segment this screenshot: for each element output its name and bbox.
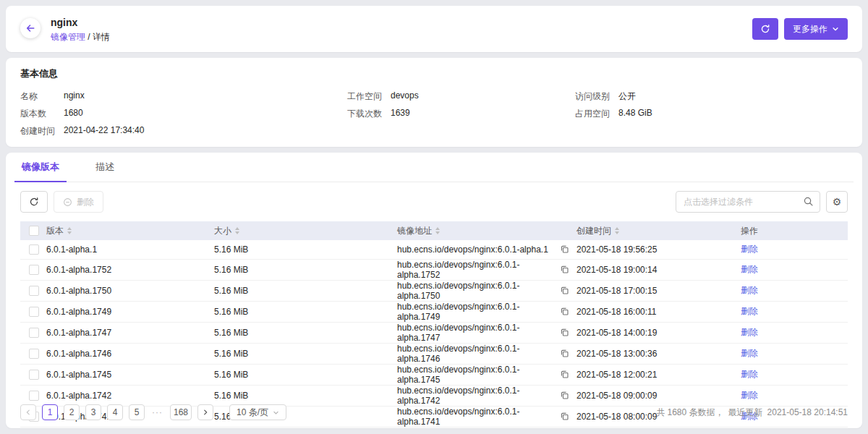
- table-row: 6.0.1-alpha.1 5.16 MiB hub.ecns.io/devop…: [20, 240, 848, 259]
- search-icon[interactable]: [803, 196, 814, 210]
- copy-icon[interactable]: [560, 307, 569, 316]
- table-settings-button[interactable]: ⚙: [826, 191, 848, 213]
- page-button-last[interactable]: 168: [170, 404, 192, 420]
- row-checkbox[interactable]: [29, 307, 39, 317]
- table-meta: 共 1680 条数据， 最近更新 2021-05-18 20:14:51: [656, 407, 848, 419]
- page-button-2[interactable]: 2: [64, 404, 80, 420]
- info-row: 访问级别 公开: [575, 90, 848, 108]
- select-all-checkbox[interactable]: [29, 226, 39, 236]
- page-button-4[interactable]: 4: [107, 404, 123, 420]
- table-row: 6.0.1-alpha.1745 5.16 MiB hub.ecns.io/de…: [20, 364, 848, 385]
- arrow-left-icon: [25, 23, 35, 33]
- basic-info-title: 基本信息: [20, 67, 848, 80]
- cell-image-address: hub.ecns.io/devops/nginx:6.0.1-alpha.174…: [397, 302, 560, 322]
- row-checkbox[interactable]: [29, 370, 39, 380]
- toolbar-left: 删除: [20, 191, 103, 213]
- info-label: 版本数: [20, 108, 64, 120]
- filter-search-box: [676, 191, 820, 213]
- chevron-down-icon: [832, 25, 839, 33]
- page-button-3[interactable]: 3: [85, 404, 101, 420]
- delete-row-link[interactable]: 删除: [741, 327, 758, 337]
- delete-row-link[interactable]: 删除: [741, 369, 758, 379]
- header-left: nginx 镜像管理 / 详情: [20, 17, 110, 41]
- table-wrap: 版本 大小 镜像地址: [14, 221, 854, 398]
- last-updated-label: 最近更新: [728, 407, 763, 419]
- info-value: nginx: [64, 90, 85, 101]
- info-label: 访问级别: [575, 90, 618, 103]
- cell-created-time: 2021-05-18 14:00:19: [576, 322, 741, 343]
- table-row: 6.0.1-alpha.1747 5.16 MiB hub.ecns.io/de…: [20, 322, 848, 343]
- page-size-select[interactable]: 10 条/页: [229, 404, 286, 420]
- breadcrumb-current: 详情: [93, 32, 110, 42]
- info-value: 1680: [64, 108, 83, 118]
- breadcrumb-separator: /: [88, 32, 90, 42]
- info-column-3: 访问级别 公开 占用空间 8.48 GiB: [575, 90, 848, 142]
- row-checkbox[interactable]: [29, 265, 39, 275]
- copy-icon[interactable]: [560, 328, 569, 337]
- info-label: 创建时间: [20, 125, 64, 137]
- table-row: 6.0.1-alpha.1749 5.16 MiB hub.ecns.io/de…: [20, 301, 848, 322]
- cell-created-time: 2021-05-18 16:00:11: [576, 301, 741, 322]
- sort-icon[interactable]: [615, 227, 619, 234]
- header-actions: 更多操作: [752, 18, 848, 40]
- copy-icon[interactable]: [560, 286, 569, 295]
- filter-input[interactable]: [676, 191, 820, 213]
- row-checkbox[interactable]: [29, 286, 39, 296]
- cell-created-time: 2021-05-18 13:00:36: [576, 343, 741, 364]
- sort-icon[interactable]: [67, 227, 72, 234]
- delete-row-link[interactable]: 删除: [741, 348, 758, 358]
- main-card: 镜像版本 描述 删除: [6, 153, 862, 428]
- row-checkbox[interactable]: [29, 244, 39, 255]
- delete-row-link[interactable]: 删除: [741, 285, 758, 295]
- last-updated-time: 2021-05-18 20:14:51: [767, 407, 848, 417]
- prev-page-button[interactable]: [20, 404, 36, 420]
- info-value: 1639: [391, 108, 410, 118]
- row-checkbox[interactable]: [29, 349, 39, 359]
- delete-row-link[interactable]: 删除: [741, 264, 758, 274]
- gear-icon: ⚙: [833, 197, 842, 207]
- title-block: nginx 镜像管理 / 详情: [51, 17, 110, 41]
- minus-circle-icon: [63, 197, 72, 207]
- info-value: 2021-04-22 17:34:40: [64, 125, 144, 135]
- copy-icon[interactable]: [560, 349, 569, 358]
- cell-size: 5.16 MiB: [214, 280, 397, 301]
- copy-icon[interactable]: [560, 244, 569, 254]
- info-row: 下载次数 1639: [347, 108, 575, 125]
- refresh-page-button[interactable]: [752, 18, 778, 40]
- cell-image-address: hub.ecns.io/devops/nginx:6.0.1-alpha.174…: [397, 323, 560, 343]
- tab-description[interactable]: 描述: [88, 153, 122, 182]
- breadcrumb-link[interactable]: 镜像管理: [51, 32, 85, 42]
- page-button-1[interactable]: 1: [42, 404, 58, 420]
- pagination: 1 2 3 4 5 ··· 168 10 条/页: [20, 404, 286, 420]
- info-row: 占用空间 8.48 GiB: [575, 108, 848, 125]
- info-label: 工作空间: [347, 90, 391, 103]
- row-checkbox[interactable]: [29, 328, 39, 338]
- delete-selected-button[interactable]: 删除: [54, 191, 103, 213]
- copy-icon[interactable]: [560, 370, 569, 379]
- refresh-table-button[interactable]: [20, 191, 48, 213]
- table-header-row: 版本 大小 镜像地址: [20, 221, 848, 240]
- cell-size: 5.16 MiB: [214, 343, 397, 364]
- cell-version: 6.0.1-alpha.1749: [46, 301, 214, 322]
- copy-icon[interactable]: [560, 265, 569, 274]
- tab-image-versions[interactable]: 镜像版本: [14, 153, 67, 182]
- delete-selected-label: 删除: [77, 196, 94, 208]
- cell-size: 5.16 MiB: [214, 301, 397, 322]
- next-page-button[interactable]: [197, 404, 213, 420]
- info-value: 公开: [618, 90, 636, 103]
- more-actions-label: 更多操作: [793, 23, 827, 35]
- more-actions-button[interactable]: 更多操作: [784, 18, 848, 40]
- delete-row-link[interactable]: 删除: [741, 306, 758, 316]
- sort-icon[interactable]: [235, 227, 239, 234]
- info-row: 版本数 1680: [20, 108, 347, 125]
- info-column-2: 工作空间 devops 下载次数 1639: [347, 90, 575, 142]
- page: nginx 镜像管理 / 详情 更多操作 基: [0, 0, 868, 434]
- delete-row-link[interactable]: 删除: [741, 244, 758, 254]
- cell-size: 5.16 MiB: [214, 259, 397, 280]
- cell-created-time: 2021-05-18 19:00:14: [576, 259, 741, 280]
- toolbar-right: ⚙: [676, 191, 848, 213]
- sort-icon[interactable]: [435, 227, 440, 234]
- back-button[interactable]: [20, 18, 41, 38]
- info-value: devops: [391, 90, 419, 101]
- page-button-5[interactable]: 5: [129, 404, 145, 420]
